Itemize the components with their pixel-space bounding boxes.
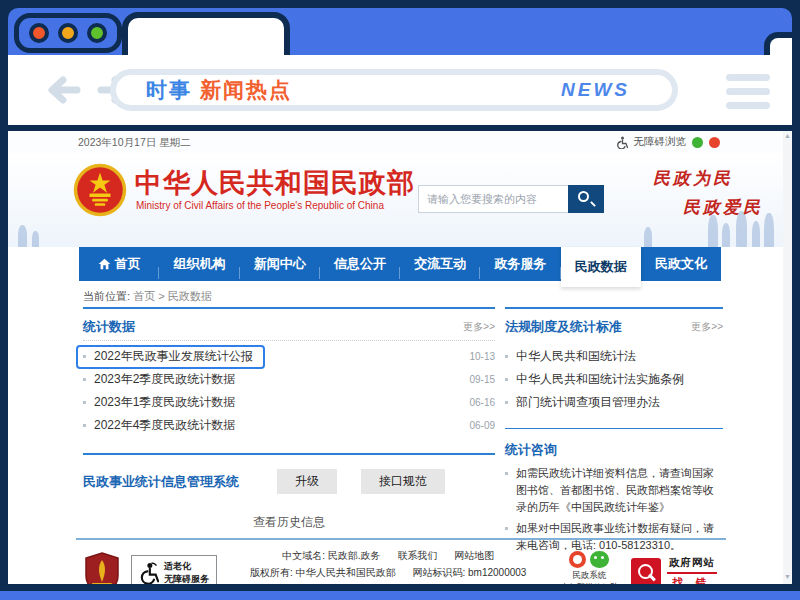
bullet-icon [505,527,508,530]
footer-info: 中文域名: 民政部.政务 联系我们 网站地图 版权所有: 中华人民共和国民政部 … [229,547,547,584]
address-bar[interactable]: 时事新闻热点 NEWS [110,69,678,111]
search-input[interactable] [418,185,568,213]
laws-panel: 法规制度及统计标准 更多>> 中华人民共和国统计法 中华人民共和国统计法实施条例… [505,307,723,414]
footer-copyright: 版权所有: 中华人民共和国民政部 [250,567,396,578]
site-slogan: 民政为民 民政爱民 [653,167,763,219]
menu-icon[interactable] [726,74,770,109]
national-emblem-icon [72,162,128,218]
party-gov-badge-icon [85,552,119,585]
nav-item-info-disclosure[interactable]: 信息公开 [320,247,400,281]
browser-bottom-strip [0,591,800,600]
laws-more-link[interactable]: 更多>> [691,320,723,334]
bullet-icon [83,355,86,358]
home-icon [98,258,111,270]
list-item[interactable]: 部门统计调查项目管理办法 [505,391,723,414]
website-error-report-badge[interactable]: 政府网站 找 错 [631,556,717,585]
site-topbar: 2023年10月17日 星期二 无障碍浏览 [8,131,792,153]
nav-item-interaction[interactable]: 交流互动 [400,247,480,281]
accessibility-link[interactable]: 无障碍浏览 [634,135,687,149]
address-segment-orange: 新闻热点 [200,78,292,101]
footer-domain: 中文域名: 民政部.政务 [282,550,380,561]
system-panel-title[interactable]: 民政事业统计信息管理系统 [83,473,239,491]
breadcrumb-current: 民政数据 [168,290,212,302]
wheelchair-icon [616,136,628,149]
weibo-mini-icon[interactable] [709,137,720,148]
nav-item-news[interactable]: 新闻中心 [240,247,320,281]
nav-item-home[interactable]: 首页 [79,247,159,281]
browser-tab[interactable] [122,12,290,55]
footer-sitemap-link[interactable]: 网站地图 [454,550,494,561]
breadcrumb-home[interactable]: 首页 [133,290,155,302]
consult-panel: 统计咨询 如需民政统计详细资料信息，请查询国家图书馆、首都图书馆、民政部档案馆等… [505,428,723,554]
list-item[interactable]: 2022年4季度民政统计数据 06-09 [83,414,495,437]
wechat-mini-icon[interactable] [692,137,703,148]
address-segment-blue: 时事 [146,78,192,101]
page-scrollbar[interactable]: ▲▼ [783,131,792,584]
search-button[interactable] [568,185,604,213]
statistics-more-link[interactable]: 更多>> [463,320,495,334]
site-footer: 适老化无障碍服务 中文域名: 民政部.政务 联系我们 网站地图 版权所有: 中华… [76,538,726,584]
system-panel: 民政事业统计信息管理系统 升级 接口规范 查看历史信息 [83,453,495,531]
history-info-link[interactable]: 查看历史信息 [83,514,495,531]
main-navigation: 首页 组织机构 新闻中心 信息公开 交流互动 政务服务 民政数据 民政文化 [79,247,721,281]
list-item[interactable]: 2022年民政事业发展统计公报 10-13 [83,345,495,368]
right-column: 法规制度及统计标准 更多>> 中华人民共和国统计法 中华人民共和国统计法实施条例… [505,307,723,554]
list-item[interactable]: 2023年2季度民政统计数据 09-15 [83,368,495,391]
list-item[interactable]: 中华人民共和国统计法 [505,345,723,368]
consult-panel-title: 统计咨询 [505,441,723,459]
search-icon [578,191,589,202]
bullet-icon [505,378,508,381]
consult-note: 如需民政统计详细资料信息，请查询国家图书馆、首都图书馆、民政部档案馆等收录的历年… [505,465,723,516]
bullet-icon [505,472,508,475]
site-header: 中华人民共和国民政部 Ministry of Civil Affairs of … [8,153,792,247]
breadcrumb: 当前位置: 首页 > 民政数据 [83,289,212,304]
upgrade-button[interactable]: 升级 [277,469,337,494]
wheelchair-icon [139,562,159,584]
browser-tab-partial [764,32,792,55]
webpage: ▲▼ 2023年10月17日 星期二 无障碍浏览 [8,131,792,584]
back-arrow-icon[interactable] [44,75,82,105]
news-label: NEWS [561,79,630,101]
bullet-icon [83,401,86,404]
footer-site-code: 网站标识码: bm12000003 [412,567,526,578]
search-box [418,185,604,213]
error-magnifier-icon [631,558,661,585]
bullet-icon [83,424,86,427]
list-item[interactable]: 2023年1季度民政统计数据 06-16 [83,391,495,414]
laws-panel-title: 法规制度及统计标准 [505,318,622,336]
nav-item-culture[interactable]: 民政文化 [641,247,721,281]
site-title: 中华人民共和国民政部 [135,165,415,201]
interface-spec-button[interactable]: 接口规范 [361,469,445,494]
nav-item-organization[interactable]: 组织机构 [159,247,239,281]
site-subtitle: Ministry of Civil Affairs of the People'… [136,200,384,211]
bullet-icon [505,401,508,404]
left-column: 统计数据 更多>> 2022年民政事业发展统计公报 10-13 2023年2季度… [83,307,495,531]
weibo-icon[interactable] [569,551,586,568]
statistics-panel: 统计数据 更多>> 2022年民政事业发展统计公报 10-13 2023年2季度… [83,307,495,437]
nav-item-services[interactable]: 政务服务 [480,247,560,281]
minimize-window-icon[interactable] [58,23,78,43]
browser-frame: 时事新闻热点 NEWS ▲▼ 2023年10月17日 星期二 无障碍浏览 [0,0,800,600]
bullet-icon [83,378,86,381]
window-controls [14,13,122,53]
statistics-panel-title: 统计数据 [83,318,135,336]
list-item[interactable]: 中华人民共和国统计法实施条例 [505,368,723,391]
bullet-icon [505,355,508,358]
nav-item-civil-data[interactable]: 民政数据 [561,247,641,287]
elderly-accessibility-badge[interactable]: 适老化无障碍服务 [131,555,217,584]
footer-contact-link[interactable]: 联系我们 [397,550,437,561]
close-window-icon[interactable] [29,23,49,43]
current-date: 2023年10月17日 星期二 [78,136,191,150]
highlighted-item-box[interactable]: 2022年民政事业发展统计公报 [76,345,265,369]
address-bar-title: 时事新闻热点 [146,76,292,104]
social-media-caption: 民政系统政务新媒体矩阵 [559,570,619,584]
social-media-group: 民政系统政务新媒体矩阵 [559,551,619,584]
wechat-icon[interactable] [590,551,609,568]
maximize-window-icon[interactable] [87,23,107,43]
browser-toolbar: 时事新闻热点 NEWS [8,55,792,125]
